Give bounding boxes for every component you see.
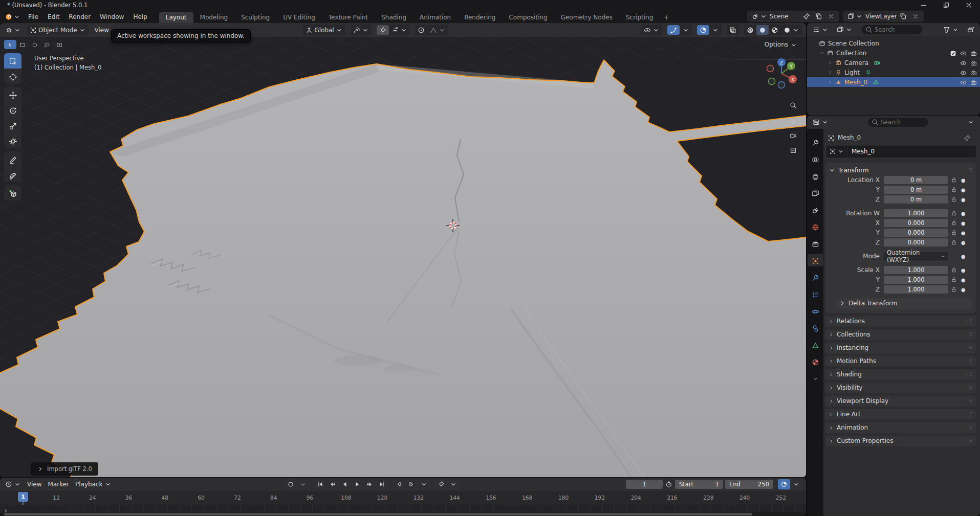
panel-relations[interactable]: Relations⠿ [825,316,976,327]
minimize-button[interactable] [912,0,935,10]
animate-property-dot[interactable]: ● [960,267,967,273]
chevron-down-icon[interactable] [818,50,825,56]
workspace-tab-scripting[interactable]: Scripting [619,12,660,23]
operator-panel[interactable]: Import glTF 2.0 [31,462,98,476]
select-mode-paint-button[interactable] [53,40,66,49]
lock-open-icon[interactable] [948,267,960,273]
drag-handle-icon[interactable]: ⠿ [969,398,973,403]
scene-selector[interactable]: Scene [747,11,839,22]
xray-toggle[interactable] [727,25,739,35]
animate-property-dot[interactable]: ● [960,211,967,216]
drag-handle-icon[interactable]: ⠿ [969,412,973,417]
lock-open-icon[interactable] [948,177,960,183]
panel-instancing[interactable]: Instancing⠿ [825,343,976,353]
outliner-item-label[interactable]: Scene Collection [828,40,879,47]
properties-tab-render[interactable] [808,153,823,165]
panel-motion-paths[interactable]: Motion Paths⠿ [825,356,976,367]
gizmo-options[interactable] [680,25,692,35]
outliner-filter-mode[interactable] [834,25,856,35]
properties-tab-data[interactable] [808,339,823,351]
select-mode-tweak-button[interactable] [4,40,16,49]
delta-transform-panel[interactable]: Delta Transform [836,298,973,309]
object-name-field[interactable]: Mesh_0 [826,146,976,158]
properties-tab-physics[interactable] [808,305,823,317]
menu-render[interactable]: Render [64,12,95,22]
properties-search-input[interactable] [881,119,925,126]
properties-tab-modifiers[interactable] [808,271,823,283]
timeline-snap-options[interactable] [447,479,460,489]
jump-to-start-button[interactable] [314,479,326,489]
drag-handle-icon[interactable]: ⠿ [969,332,973,337]
properties-tabs-overflow[interactable] [808,372,823,385]
view-menu[interactable]: View [92,26,112,35]
select-mode-box-button[interactable] [16,40,29,49]
animate-property-dot[interactable]: ● [960,187,967,193]
tool-cursor-button[interactable] [4,69,21,84]
tool-annotate-button[interactable] [4,151,21,167]
lock-open-icon[interactable] [948,230,960,236]
workspace-tab-rendering[interactable]: Rendering [458,12,502,23]
playback-sync-toggle[interactable] [778,479,790,489]
drag-handle-icon[interactable]: ⠿ [969,168,973,173]
properties-editor-type[interactable] [810,118,832,127]
outliner-search-input[interactable] [875,26,919,33]
value-field[interactable]: 1.000 [884,266,948,274]
pan-button[interactable] [786,113,800,127]
remove-icon[interactable] [909,13,922,20]
value-field[interactable]: 0 m [884,176,948,184]
outliner-item-label[interactable]: Camera [844,59,868,66]
timeline-editor-type[interactable] [2,480,24,489]
outliner-row-mesh_0[interactable]: Mesh_0 [807,77,980,87]
value-field[interactable]: 1.000 [884,285,948,294]
outliner-item-label[interactable]: Collection [836,50,866,57]
panel-line-art[interactable]: Line Art⠿ [825,409,976,420]
workspace-tab-geometry-nodes[interactable]: Geometry Nodes [554,12,619,23]
properties-tab-scene[interactable] [808,204,823,216]
disable-in-renders-toggle[interactable] [970,50,977,57]
panel-visibility[interactable]: Visibility⠿ [825,383,976,393]
chevron-right-icon[interactable] [826,79,834,85]
workspace-tab-uv-editing[interactable]: UV Editing [276,12,322,23]
tool-move-button[interactable] [4,87,21,102]
next-frame-button[interactable] [405,479,418,489]
select-mode-lasso-button[interactable] [41,40,53,49]
workspace-tab-texture-paint[interactable]: Texture Paint [322,12,375,23]
properties-tab-world[interactable] [808,220,823,233]
menu-window[interactable]: Window [95,12,128,22]
outliner-row-scene-collection[interactable]: Scene Collection [807,38,980,48]
value-field[interactable]: 0.000 [884,229,948,237]
drag-handle-icon[interactable]: ⠿ [969,385,973,390]
properties-tab-output[interactable] [808,170,823,182]
play-reverse-button[interactable] [339,479,351,489]
lock-open-icon[interactable] [948,239,960,245]
playback-sync-options[interactable] [790,479,802,489]
workspace-tab-animation[interactable]: Animation [413,12,458,23]
value-field[interactable]: 1.000 [884,276,948,284]
lock-open-icon[interactable] [948,277,960,283]
outliner-search[interactable] [862,25,922,34]
workspace-tab-sculpting[interactable]: Sculpting [234,12,276,23]
pin-icon[interactable] [964,134,971,142]
exclude-checkbox[interactable] [950,50,956,57]
panel-shading[interactable]: Shading⠿ [825,369,976,380]
workspace-tab-modeling[interactable]: Modeling [193,12,235,23]
overlays-options[interactable] [709,25,722,35]
timeline-ruler[interactable]: 1 12243648607284961081201321441561681801… [0,491,806,505]
value-field[interactable]: 1.000 [884,209,948,217]
properties-tab-view-layer[interactable] [808,187,823,199]
properties-tab-tool[interactable] [808,136,823,148]
properties-tab-object[interactable] [808,254,823,266]
shading-solid-button[interactable] [756,25,769,35]
tool-select-box-button[interactable] [4,53,21,69]
hide-in-viewport-toggle[interactable] [960,50,967,57]
scene-name[interactable]: Scene [770,13,800,20]
camera-view-button[interactable] [786,128,800,142]
panel-viewport-display[interactable]: Viewport Display⠿ [825,396,976,407]
show-gizmo-toggle[interactable] [667,25,680,35]
current-frame-field[interactable]: 1 [626,480,663,489]
menu-file[interactable]: File [24,12,43,22]
mode-selector[interactable]: Object Mode [27,25,89,35]
tool-options-button[interactable]: Options [760,40,802,50]
outliner-filter-button[interactable] [940,25,962,35]
show-overlays-toggle[interactable] [697,25,709,35]
